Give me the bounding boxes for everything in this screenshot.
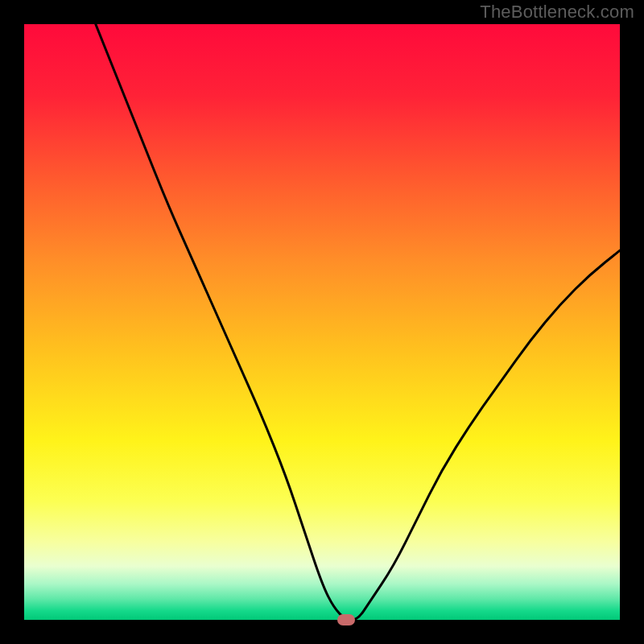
chart-frame: TheBottleneck.com bbox=[0, 0, 644, 644]
watermark-text: TheBottleneck.com bbox=[480, 2, 634, 23]
gradient-background bbox=[24, 24, 620, 620]
minimum-marker bbox=[337, 614, 355, 625]
chart-svg bbox=[24, 24, 620, 620]
plot-area bbox=[24, 24, 620, 620]
